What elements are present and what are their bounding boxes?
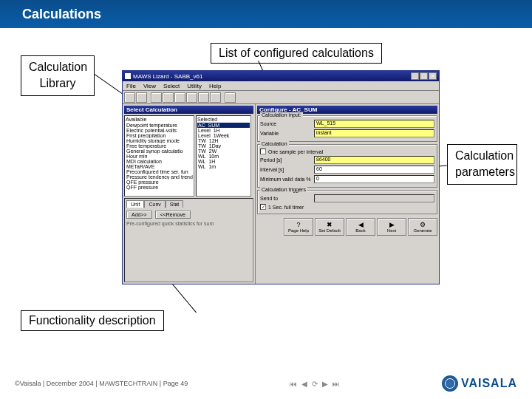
list-item[interactable]: WL_1H	[197, 159, 250, 164]
tool-btn[interactable]	[124, 92, 135, 103]
list-item[interactable]: Preconfigured time ser. fun	[126, 169, 193, 174]
next-slide-icon[interactable]: ▶	[322, 380, 328, 388]
slide-title-bar: Calculations	[0, 0, 532, 28]
tool-btn[interactable]	[210, 92, 221, 103]
list-item[interactable]: General synop calculatio	[126, 149, 193, 154]
back-icon: ◀	[358, 222, 364, 228]
first-slide-icon[interactable]: ⏮	[290, 380, 297, 388]
group-input: Calculation input: Source WL_515 Variabl…	[257, 115, 437, 142]
annot-configured: List of configured calculations	[211, 43, 382, 64]
group-calculation: Calculation One sample per interval Peri…	[257, 144, 437, 188]
tool-btn[interactable]	[225, 92, 236, 103]
variable-select[interactable]: instant	[314, 129, 434, 137]
tool-btn[interactable]	[151, 92, 162, 103]
period-input[interactable]: 86400	[314, 156, 434, 164]
slide-nav-controls: ⏮ ◀ ⟳ ▶ ⏭	[290, 380, 340, 388]
help-icon: ?	[296, 222, 300, 228]
list-item[interactable]: AC_SUM	[197, 123, 250, 128]
menu-view[interactable]: View	[143, 83, 156, 89]
app-titlebar: MAWS Lizard - SABB_v61 _ □ ×	[123, 71, 439, 81]
list-item[interactable]: Level_1H	[197, 128, 250, 133]
list-item[interactable]: TW_12H	[197, 138, 250, 143]
list-item[interactable]: Free temperature	[126, 143, 193, 149]
list-item[interactable]: WL_1m	[197, 164, 250, 169]
gear-icon: ⚙	[420, 222, 426, 228]
one-sample-checkbox[interactable]	[260, 149, 266, 154]
group-triggers: Calculation triggers Send to ✓ 1 Sec. fu…	[257, 190, 437, 214]
menu-select[interactable]: Select	[163, 83, 180, 89]
tool-btn[interactable]	[136, 92, 147, 103]
annot-funcdesc: Functionality description	[21, 310, 164, 331]
right-pane: Configure - AC_SUM Calculation input: So…	[256, 104, 439, 284]
description-area: Unit Conv Stat Add>> <<Remove Pre-config…	[124, 198, 253, 282]
menu-file[interactable]: File	[126, 83, 136, 89]
available-listbox[interactable]: Available Dewpoint temperature Electric …	[124, 115, 194, 197]
refresh-icon[interactable]: ⟳	[312, 380, 318, 388]
nav-back[interactable]: ◀Back	[346, 218, 375, 236]
minvalid-input[interactable]: 0	[314, 175, 434, 183]
toolbar	[123, 91, 439, 104]
nav-next[interactable]: ▶Next	[377, 218, 406, 236]
list-item[interactable]: Dewpoint temperature	[126, 123, 193, 128]
window-title: MAWS Lizard - SABB_v61	[133, 73, 202, 80]
list-item[interactable]: QFE pressure	[126, 180, 193, 185]
menubar: File View Select Utility Help	[123, 81, 439, 91]
next-icon: ▶	[389, 222, 395, 228]
maximize-button[interactable]: □	[420, 72, 428, 80]
list-item[interactable]: TW_2W	[197, 149, 250, 154]
description-text: Pre-configured quick statistics for sum	[126, 221, 251, 226]
nav-generate[interactable]: ⚙Generate	[408, 218, 437, 236]
tool-btn[interactable]	[163, 92, 174, 103]
left-pane-title: Select Calculation	[124, 106, 253, 114]
list-item[interactable]: Level_1Week	[197, 133, 250, 138]
tool-btn[interactable]	[186, 92, 197, 103]
list-item[interactable]: Pressure tendency and trend	[126, 174, 193, 180]
list-item[interactable]: Humidity storage mode	[126, 138, 193, 143]
nav-pagehelp[interactable]: ?Page Help	[284, 218, 313, 236]
last-slide-icon[interactable]: ⏭	[332, 380, 340, 388]
selected-listbox[interactable]: Selected AC_SUM Level_1H Level_1Week TW_…	[196, 115, 251, 197]
add-button[interactable]: Add>>	[126, 211, 152, 219]
brand-logo: VAISALA	[442, 375, 517, 392]
tab-stat[interactable]: Stat	[166, 200, 183, 208]
menu-help[interactable]: Help	[209, 83, 221, 89]
list-item[interactable]: QFF pressure	[126, 185, 193, 190]
slide-footer: ©Vaisala | December 2004 | MAWSTECHTRAIN…	[0, 375, 532, 392]
list-item[interactable]: Electric potential-volts	[126, 128, 193, 133]
prev-slide-icon[interactable]: ◀	[301, 380, 307, 388]
logo-icon	[442, 375, 458, 392]
sendto-select[interactable]	[314, 194, 434, 202]
nav-buttons: ?Page Help ✖Set Default ◀Back ▶Next ⚙Gen…	[257, 218, 437, 236]
list-item[interactable]: TW_1Day	[197, 143, 250, 149]
list-item[interactable]: Hour min	[126, 154, 193, 159]
source-select[interactable]: WL_515	[314, 120, 434, 128]
slide-title: Calculations	[22, 7, 101, 22]
interval-input[interactable]: 60	[314, 166, 434, 174]
list-item[interactable]: WL_10m	[197, 154, 250, 159]
tool-btn[interactable]	[198, 92, 209, 103]
tab-conv[interactable]: Conv	[144, 200, 165, 208]
footer-text: ©Vaisala | December 2004 | MAWSTECHTRAIN…	[15, 380, 188, 387]
list-item[interactable]: METaR/AVE	[126, 164, 193, 169]
nav-setdefault[interactable]: ✖Set Default	[315, 218, 344, 236]
annot-library: Calculation Library	[21, 55, 95, 96]
remove-button[interactable]: <<Remove	[155, 211, 191, 219]
menu-utility[interactable]: Utility	[187, 83, 202, 89]
app-icon	[125, 73, 131, 79]
app-window: MAWS Lizard - SABB_v61 _ □ × File View S…	[122, 70, 440, 284]
default-icon: ✖	[327, 222, 332, 228]
timer-checkbox[interactable]: ✓	[260, 204, 266, 210]
tool-btn[interactable]	[174, 92, 185, 103]
close-button[interactable]: ×	[429, 72, 437, 80]
minimize-button[interactable]: _	[411, 72, 419, 80]
list-item[interactable]: First precipitation	[126, 133, 193, 138]
tab-unit[interactable]: Unit	[126, 200, 144, 208]
left-pane: Select Calculation Available Dewpoint te…	[123, 104, 256, 284]
annot-params: Calculation parameters	[447, 144, 517, 185]
list-item[interactable]: MDI calculation	[126, 159, 193, 164]
